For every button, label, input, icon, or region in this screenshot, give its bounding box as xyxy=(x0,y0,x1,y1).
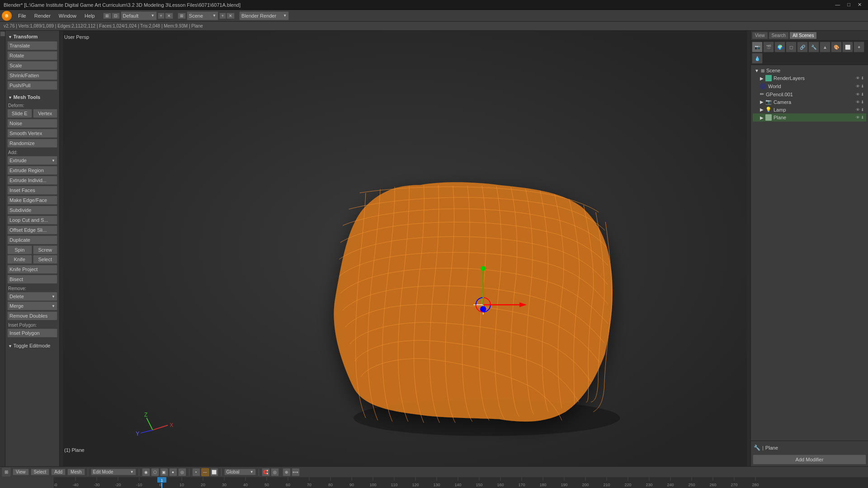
mirror-btn[interactable]: ⟺ xyxy=(292,468,300,476)
engine-selector[interactable]: Blender Render xyxy=(239,11,289,20)
extrude-region-btn[interactable]: Extrude Region xyxy=(7,166,57,175)
scene-remove[interactable]: ✕ xyxy=(226,13,235,19)
prop-icon-data[interactable]: ▲ xyxy=(820,42,830,52)
tree-item-camera[interactable]: ▶ 📷 Camera 👁⬇ xyxy=(753,98,866,106)
pivot-btn[interactable]: ⊕ xyxy=(283,468,291,476)
push-pull-btn[interactable]: Push/Pull xyxy=(7,81,57,90)
scale-btn[interactable]: Scale xyxy=(7,61,57,70)
svg-text:0: 0 xyxy=(159,483,161,487)
view-menu-btn[interactable]: View xyxy=(13,469,29,475)
right-tab-all-scenes[interactable]: All Scenes xyxy=(789,32,817,39)
draw-wire-icon[interactable]: ⬡ xyxy=(151,468,159,476)
add-modifier-btn[interactable]: Add Modifier xyxy=(753,455,866,465)
edge-select-icon[interactable]: — xyxy=(201,468,209,476)
vertex-select-icon[interactable]: • xyxy=(192,468,200,476)
delete-dropdown-btn[interactable]: Delete xyxy=(7,292,57,301)
scene-selector[interactable]: Scene xyxy=(187,11,218,20)
tree-item-world[interactable]: World 👁⬇ xyxy=(753,82,866,90)
timeline-ruler[interactable]: -50 -40 -30 -20 -10 0 10 20 30 40 50 60 … xyxy=(54,477,868,488)
prop-icon-scene[interactable]: 🎬 xyxy=(763,42,774,52)
right-tab-search[interactable]: Search xyxy=(769,32,789,39)
mesh-menu-btn[interactable]: Mesh xyxy=(67,469,85,475)
mesh-tools-section-title[interactable]: Mesh Tools xyxy=(7,93,57,101)
extrude-individ-btn[interactable]: Extrude Individ... xyxy=(7,176,57,185)
svg-text:150: 150 xyxy=(476,483,482,487)
noise-btn[interactable]: Noise xyxy=(7,119,57,128)
randomize-btn[interactable]: Randomize xyxy=(7,139,57,148)
loop-cut-btn[interactable]: Loop Cut and S... xyxy=(7,216,57,225)
smooth-vertex-btn[interactable]: Smooth Vertex xyxy=(7,129,57,138)
draw-texture-icon[interactable]: ▣ xyxy=(160,468,168,476)
prop-icon-constraint[interactable]: 🔗 xyxy=(797,42,808,52)
prop-icon-particles[interactable]: ✦ xyxy=(854,42,864,52)
tree-item-scene[interactable]: ▼ ⊞ Scene xyxy=(753,67,866,74)
knife-project-btn[interactable]: Knife Project xyxy=(7,265,57,274)
inset-faces-btn[interactable]: Inset Faces xyxy=(7,186,57,195)
layout-selector[interactable]: Default xyxy=(121,11,157,20)
remove-doubles-btn[interactable]: Remove Doubles xyxy=(7,311,57,320)
tree-item-lamp[interactable]: ▶ 💡 Lamp 👁⬇ xyxy=(753,106,866,113)
vertex-slide-btn[interactable]: Vertex xyxy=(33,109,58,118)
extrude-dropdown-btn[interactable]: Extrude xyxy=(7,156,57,165)
tree-item-gpencil[interactable]: ✏ GPencil.001 👁⬇ xyxy=(753,90,866,98)
inset-polygon-btn[interactable]: Inset Polygon xyxy=(7,328,57,338)
scene-add[interactable]: + xyxy=(219,13,226,19)
prop-icon-texture[interactable]: ⬜ xyxy=(842,42,853,52)
viewport-type-icon[interactable]: ⊞ xyxy=(2,468,11,477)
layout-icons: ⊞ ⊡ xyxy=(103,13,120,19)
screw-btn[interactable]: Screw xyxy=(33,245,58,254)
draw-solid-icon[interactable]: ◉ xyxy=(142,468,150,476)
shrink-flatten-btn[interactable]: Shrink/Fatten xyxy=(7,71,57,80)
draw-rendered-icon[interactable]: ◎ xyxy=(178,468,186,476)
prop-icon-world[interactable]: 🌍 xyxy=(774,42,785,52)
svg-text:80: 80 xyxy=(328,483,333,487)
close-btn[interactable]: ✕ xyxy=(855,2,864,8)
strip-toggle[interactable] xyxy=(0,32,5,36)
spin-btn[interactable]: Spin xyxy=(7,245,32,254)
draw-material-icon[interactable]: ● xyxy=(169,468,177,476)
snap-icon[interactable]: 🧲 xyxy=(262,468,270,476)
add-menu-btn[interactable]: Add xyxy=(51,469,66,475)
select-menu-btn[interactable]: Select xyxy=(31,469,50,475)
proportional-icon[interactable]: ◎ xyxy=(271,468,279,476)
svg-text:180: 180 xyxy=(539,483,546,487)
rotate-btn[interactable]: Rotate xyxy=(7,51,57,60)
select-btn[interactable]: Select xyxy=(33,255,58,264)
camera-label: Camera xyxy=(774,99,791,105)
face-select-icon[interactable]: ⬜ xyxy=(210,468,218,476)
offset-edge-btn[interactable]: Offset Edge Sli... xyxy=(7,225,57,235)
menu-help[interactable]: Help xyxy=(81,12,99,19)
transform-orientation[interactable]: Global xyxy=(224,469,256,475)
tree-item-renderlayers[interactable]: ▶ RenderLayers 👁⬇ xyxy=(753,74,866,82)
svg-text:280: 280 xyxy=(752,483,759,487)
mode-selector[interactable]: Edit Mode xyxy=(91,469,136,475)
deform-row: Slide E Vertex xyxy=(7,109,57,118)
merge-dropdown-btn[interactable]: Merge xyxy=(7,301,57,310)
tree-item-plane[interactable]: ▶ Plane 👁⬇ xyxy=(753,113,866,122)
toggle-editmode-btn[interactable]: Toggle Editmode xyxy=(7,342,57,350)
make-edge-face-btn[interactable]: Make Edge/Face xyxy=(7,196,57,205)
separator-4 xyxy=(221,469,222,476)
transform-section-title[interactable]: Transform xyxy=(7,33,57,41)
menu-file[interactable]: File xyxy=(14,12,30,19)
prop-icon-object[interactable]: ◻ xyxy=(786,42,797,52)
viewport-draw-icons: ◉ ⬡ ▣ ● ◎ xyxy=(142,468,186,476)
blender-logo[interactable]: B xyxy=(2,11,12,21)
subdivide-btn[interactable]: Subdivide xyxy=(7,206,57,215)
minimize-btn[interactable]: — xyxy=(832,2,843,8)
maximize-btn[interactable]: □ xyxy=(844,2,853,8)
menu-render[interactable]: Render xyxy=(31,12,54,19)
duplicate-btn[interactable]: Duplicate xyxy=(7,235,57,244)
menu-window[interactable]: Window xyxy=(55,12,80,19)
prop-wrench-label: | xyxy=(762,445,764,450)
right-tab-view[interactable]: View xyxy=(752,32,768,39)
viewport[interactable]: User Persp xyxy=(60,31,750,466)
knife-btn[interactable]: Knife xyxy=(7,255,32,264)
bisect-btn[interactable]: Bisect xyxy=(7,275,57,284)
prop-icon-physics[interactable]: 💧 xyxy=(752,53,763,64)
slide-edge-btn[interactable]: Slide E xyxy=(7,109,32,118)
prop-icon-modifier[interactable]: 🔧 xyxy=(808,42,819,52)
prop-icon-render[interactable]: 📷 xyxy=(752,42,763,52)
translate-btn[interactable]: Translate xyxy=(7,41,57,50)
prop-icon-material[interactable]: 🎨 xyxy=(831,42,842,52)
